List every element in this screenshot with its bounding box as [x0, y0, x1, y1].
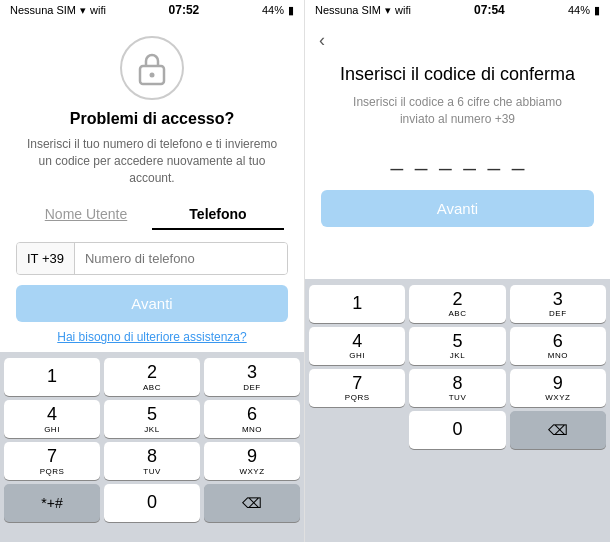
lock-circle	[120, 36, 184, 100]
code-input-display: _ _ _ _ _ _	[305, 148, 610, 170]
keyboard-row-3: 7 PQRS 8 TUV 9 WXYZ	[4, 442, 300, 480]
keyboard-right-row-2: 4 GHI 5 JKL 6 MNO	[309, 327, 606, 365]
country-code[interactable]: IT +39	[17, 243, 75, 274]
key-r-2[interactable]: 2 ABC	[409, 285, 505, 323]
status-bar-right: Nessuna SIM ▾ wifi 07:54 44% ▮	[305, 0, 610, 20]
code-dash-1: _	[391, 148, 403, 170]
keyboard-row-1: 1 2 ABC 3 DEF	[4, 358, 300, 396]
key-symbols[interactable]: *+#	[4, 484, 100, 522]
key-r-1[interactable]: 1	[309, 285, 405, 323]
code-dash-3: _	[439, 148, 451, 170]
key-backspace-right[interactable]: ⌫	[510, 411, 606, 449]
keyboard-row-2: 4 GHI 5 JKL 6 MNO	[4, 400, 300, 438]
code-dash-2: _	[415, 148, 427, 170]
signal-icon: ▾	[80, 4, 86, 17]
battery-left: 44%	[262, 4, 284, 16]
key-r-7[interactable]: 7 PQRS	[309, 369, 405, 407]
back-button[interactable]: ‹	[305, 26, 610, 55]
keyboard-right-row-4: 0 ⌫	[309, 411, 606, 449]
time-left: 07:52	[169, 3, 200, 17]
key-r-5[interactable]: 5 JKL	[409, 327, 505, 365]
keyboard-row-4: *+# 0 ⌫	[4, 484, 300, 522]
code-dash-6: _	[512, 148, 524, 170]
lock-icon	[136, 50, 168, 86]
key-r-6[interactable]: 6 MNO	[510, 327, 606, 365]
help-link[interactable]: Hai bisogno di ulteriore assistenza?	[0, 330, 304, 344]
key-6[interactable]: 6 MNO	[204, 400, 300, 438]
key-4[interactable]: 4 GHI	[4, 400, 100, 438]
status-bar-left: Nessuna SIM ▾ wifi 07:52 44% ▮	[0, 0, 304, 20]
signal-icon-right: ▾	[385, 4, 391, 17]
confirm-title: Inserisci il codice di conferma	[325, 63, 590, 86]
screen-title-left: Problemi di accesso?	[0, 110, 304, 128]
key-2[interactable]: 2 ABC	[104, 358, 200, 396]
key-0[interactable]: 0	[104, 484, 200, 522]
tab-telefono[interactable]: Telefono	[152, 200, 284, 230]
carrier-left: Nessuna SIM	[10, 4, 76, 16]
phone-input-row: IT +39	[16, 242, 288, 275]
key-r-0[interactable]: 0	[409, 411, 505, 449]
key-3[interactable]: 3 DEF	[204, 358, 300, 396]
status-left-right: Nessuna SIM ▾ wifi	[315, 4, 411, 17]
key-9[interactable]: 9 WXYZ	[204, 442, 300, 480]
keyboard-right-row-3: 7 PQRS 8 TUV 9 WXYZ	[309, 369, 606, 407]
key-r-9[interactable]: 9 WXYZ	[510, 369, 606, 407]
right-content: ‹ Inserisci il codice di conferma Inseri…	[305, 20, 610, 279]
status-left: Nessuna SIM ▾ wifi	[10, 4, 106, 17]
wifi-icon-right: wifi	[395, 4, 411, 16]
key-5[interactable]: 5 JKL	[104, 400, 200, 438]
key-1[interactable]: 1	[4, 358, 100, 396]
avanti-button-right[interactable]: Avanti	[321, 190, 594, 227]
battery-right: 44%	[568, 4, 590, 16]
key-r-4[interactable]: 4 GHI	[309, 327, 405, 365]
status-right-right: 44% ▮	[568, 4, 600, 17]
key-8[interactable]: 8 TUV	[104, 442, 200, 480]
tabs-container: Nome Utente Telefono	[0, 200, 304, 230]
key-r-8[interactable]: 8 TUV	[409, 369, 505, 407]
key-7[interactable]: 7 PQRS	[4, 442, 100, 480]
battery-icon-right: ▮	[594, 4, 600, 17]
status-right-left: 44% ▮	[262, 4, 294, 17]
tab-nome-utente[interactable]: Nome Utente	[20, 200, 152, 230]
key-r-3[interactable]: 3 DEF	[510, 285, 606, 323]
time-right: 07:54	[474, 3, 505, 17]
avanti-button-left[interactable]: Avanti	[16, 285, 288, 322]
carrier-right: Nessuna SIM	[315, 4, 381, 16]
svg-point-1	[150, 73, 155, 78]
wifi-icon: wifi	[90, 4, 106, 16]
keyboard-right: 1 2 ABC 3 DEF 4 GHI 5 JKL 6 MNO	[305, 279, 610, 542]
code-dash-4: _	[464, 148, 476, 170]
left-panel: Nessuna SIM ▾ wifi 07:52 44% ▮ Problemi …	[0, 0, 305, 542]
keyboard-right-row-1: 1 2 ABC 3 DEF	[309, 285, 606, 323]
screen-subtitle-left: Inserisci il tuo numero di telefono e ti…	[0, 136, 304, 186]
battery-icon-left: ▮	[288, 4, 294, 17]
right-panel: Nessuna SIM ▾ wifi 07:54 44% ▮ ‹ Inseris…	[305, 0, 610, 542]
phone-number-input[interactable]	[75, 243, 287, 274]
keyboard-left: 1 2 ABC 3 DEF 4 GHI 5 JKL 6 MNO	[0, 352, 304, 542]
confirm-subtitle: Inserisci il codice a 6 cifre che abbiam…	[305, 94, 610, 128]
lock-icon-container	[0, 36, 304, 100]
key-backspace-left[interactable]: ⌫	[204, 484, 300, 522]
code-dash-5: _	[488, 148, 500, 170]
